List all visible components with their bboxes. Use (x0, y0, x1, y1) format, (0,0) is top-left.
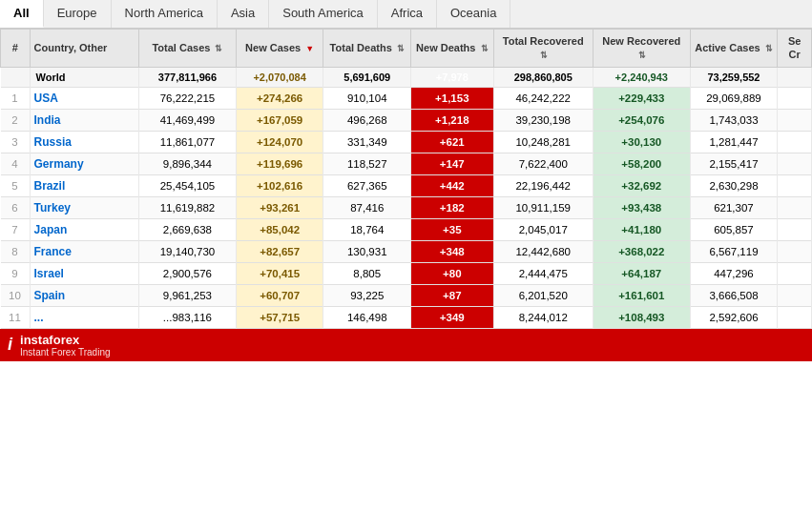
row-new-deaths: +1,218 (411, 109, 494, 131)
row-active-cases: 2,592,606 (690, 306, 778, 328)
col-header-serious[interactable]: Se Cr (778, 30, 812, 68)
sort-total-cases-icon[interactable]: ⇅ (215, 44, 222, 55)
region-tabs: All Europe North America Asia South Amer… (0, 0, 812, 29)
row-country[interactable]: Russia (30, 131, 139, 153)
row-total-recovered: 2,045,017 (493, 218, 593, 240)
table-row: 1 USA 76,222,215 +274,266 910,104 +1,153… (1, 87, 812, 109)
row-serious (778, 284, 812, 306)
row-serious (778, 174, 812, 196)
row-country[interactable]: ... (30, 306, 139, 328)
row-active-cases: 3,666,508 (690, 284, 778, 306)
row-serious (778, 218, 812, 240)
col-header-total-deaths[interactable]: Total Deaths ⇅ (323, 30, 411, 68)
country-link[interactable]: Japan (34, 223, 68, 236)
tab-oceania[interactable]: Oceania (437, 0, 510, 28)
row-country[interactable]: Japan (30, 218, 139, 240)
row-new-recovered: +32,692 (593, 174, 690, 196)
row-country[interactable]: Brazil (30, 174, 139, 196)
row-new-cases: +57,715 (236, 306, 323, 328)
col-header-total-recovered[interactable]: Total Recovered ⇅ (493, 30, 593, 68)
row-total-cases: 11,619,882 (139, 196, 237, 218)
country-link[interactable]: Spain (34, 289, 66, 302)
tab-europe[interactable]: Europe (44, 0, 112, 28)
tab-asia[interactable]: Asia (218, 0, 269, 28)
col-header-active-cases[interactable]: Active Cases ⇅ (690, 30, 778, 68)
country-link[interactable]: Turkey (34, 201, 71, 214)
row-new-recovered: +368,022 (593, 240, 690, 262)
row-country[interactable]: Spain (30, 284, 139, 306)
row-total-cases: 2,900,576 (139, 262, 237, 284)
row-country[interactable]: France (30, 240, 139, 262)
row-new-deaths: +349 (411, 306, 494, 328)
sort-new-cases-icon[interactable]: ▼ (305, 44, 314, 55)
row-country[interactable]: Germany (30, 153, 139, 174)
world-total-recovered: 298,860,805 (493, 67, 593, 87)
row-active-cases: 447,296 (690, 262, 778, 284)
row-active-cases: 1,281,447 (690, 131, 778, 153)
sort-total-recovered-icon[interactable]: ⇅ (540, 51, 548, 62)
table-row: 5 Brazil 25,454,105 +102,616 627,365 +44… (1, 174, 812, 196)
world-serious (778, 67, 812, 87)
sort-new-deaths-icon[interactable]: ⇅ (481, 44, 489, 55)
row-num: 8 (1, 240, 31, 262)
row-total-recovered: 10,248,281 (493, 131, 593, 153)
row-country[interactable]: Israel (30, 262, 139, 284)
row-num: 9 (1, 262, 31, 284)
table-row: 2 India 41,469,499 +167,059 496,268 +1,2… (1, 109, 812, 131)
table-row: 10 Spain 9,961,253 +60,707 93,225 +87 6,… (1, 284, 812, 306)
row-country[interactable]: USA (30, 87, 139, 109)
row-total-recovered: 7,622,400 (493, 153, 593, 174)
country-link[interactable]: Germany (34, 157, 84, 171)
country-link[interactable]: France (34, 245, 72, 258)
row-new-recovered: +41,180 (593, 218, 690, 240)
country-link[interactable]: India (34, 113, 61, 127)
row-active-cases: 2,155,417 (690, 153, 778, 174)
instaforex-bar: i instaforex Instant Forex Trading (0, 329, 812, 361)
row-total-recovered: 8,244,012 (493, 306, 593, 328)
col-header-total-cases[interactable]: Total Cases ⇅ (139, 30, 237, 68)
row-new-cases: +124,070 (236, 131, 323, 153)
country-link[interactable]: ... (34, 311, 44, 324)
col-header-new-deaths[interactable]: New Deaths ⇅ (411, 30, 494, 68)
tab-south-america[interactable]: South America (269, 0, 378, 28)
row-new-cases: +60,707 (236, 284, 323, 306)
row-active-cases: 1,743,033 (690, 109, 778, 131)
row-serious (778, 240, 812, 262)
row-total-recovered: 10,911,159 (493, 196, 593, 218)
row-new-cases: +102,616 (236, 174, 323, 196)
col-header-new-recovered[interactable]: New Recovered ⇅ (593, 30, 690, 68)
world-active-cases: 73,259,552 (690, 67, 778, 87)
country-link[interactable]: Israel (34, 267, 64, 280)
tab-africa[interactable]: Africa (378, 0, 437, 28)
row-num: 4 (1, 153, 31, 174)
row-new-recovered: +30,130 (593, 131, 690, 153)
col-header-country: Country, Other (30, 30, 139, 68)
row-total-deaths: 8,805 (323, 262, 411, 284)
row-new-recovered: +161,601 (593, 284, 690, 306)
row-new-deaths: +147 (411, 153, 494, 174)
row-serious (778, 306, 812, 328)
row-total-cases: 25,454,105 (139, 174, 237, 196)
row-new-deaths: +621 (411, 131, 494, 153)
country-link[interactable]: Brazil (34, 179, 66, 193)
row-country[interactable]: India (30, 109, 139, 131)
row-serious (778, 87, 812, 109)
country-link[interactable]: USA (34, 92, 58, 105)
row-country[interactable]: Turkey (30, 196, 139, 218)
row-new-cases: +70,415 (236, 262, 323, 284)
row-total-recovered: 39,230,198 (493, 109, 593, 131)
row-total-cases: 19,140,730 (139, 240, 237, 262)
row-active-cases: 2,630,298 (690, 174, 778, 196)
world-total-deaths: 5,691,609 (323, 67, 411, 87)
sort-active-cases-icon[interactable]: ⇅ (765, 44, 773, 55)
tab-north-america[interactable]: North America (112, 0, 218, 28)
col-header-new-cases[interactable]: New Cases ▼ (236, 30, 323, 68)
sort-total-deaths-icon[interactable]: ⇅ (397, 44, 405, 55)
row-new-deaths: +1,153 (411, 87, 494, 109)
row-total-cases: 41,469,499 (139, 109, 237, 131)
tab-all[interactable]: All (0, 0, 44, 28)
country-link[interactable]: Russia (34, 135, 72, 149)
row-total-recovered: 2,444,475 (493, 262, 593, 284)
sort-new-recovered-icon[interactable]: ⇅ (638, 51, 646, 62)
row-serious (778, 196, 812, 218)
